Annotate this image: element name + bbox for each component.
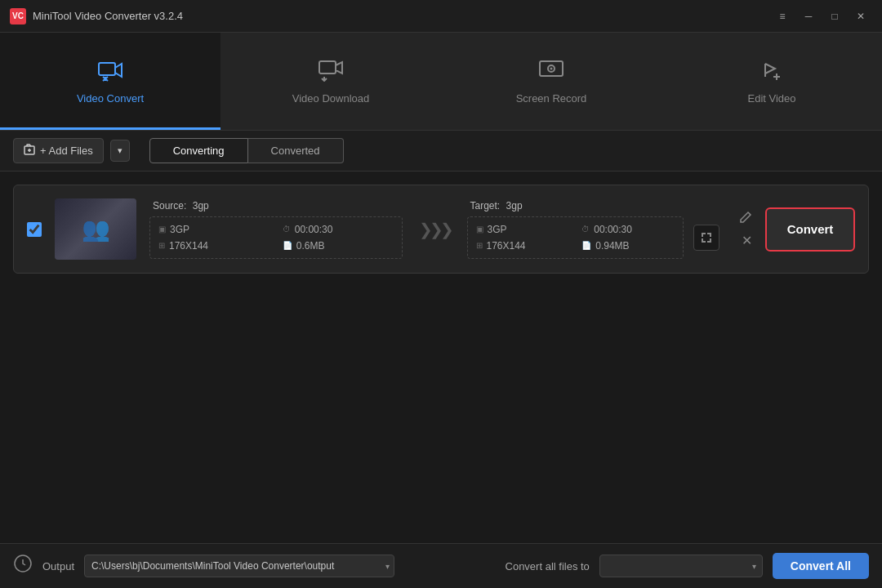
file-card: Source: 3gp ▣ 3GP ⏱ 00:00:30 ⊞ 176X144 xyxy=(13,185,869,274)
format-select-wrapper: ▾ xyxy=(599,555,763,577)
convert-all-button[interactable]: Convert All xyxy=(773,553,869,579)
nav-label-video-convert: Video Convert xyxy=(77,92,144,105)
nav-item-edit-video[interactable]: Edit Video xyxy=(662,33,882,130)
nav-item-video-download[interactable]: Video Download xyxy=(220,33,441,130)
target-resolution-icon: ⊞ xyxy=(476,241,483,250)
tab-group: Converting Converted xyxy=(149,138,344,163)
svg-rect-1 xyxy=(319,61,336,74)
nav-item-video-convert[interactable]: Video Convert xyxy=(0,33,220,130)
nav-label-edit-video: Edit Video xyxy=(747,92,795,105)
title-bar-left: VC MiniTool Video Converter v3.2.4 xyxy=(10,8,183,24)
close-button[interactable]: ✕ xyxy=(849,8,872,24)
toolbar: + Add Files ▾ Converting Converted xyxy=(0,131,882,172)
source-info-box: ▣ 3GP ⏱ 00:00:30 ⊞ 176X144 📄 0.6MB xyxy=(149,216,403,259)
add-files-dropdown-button[interactable]: ▾ xyxy=(110,140,130,162)
output-path-input[interactable] xyxy=(84,555,394,577)
nav-label-screen-record: Screen Record xyxy=(516,92,587,105)
tab-converting[interactable]: Converting xyxy=(149,138,248,163)
source-format-row: ▣ 3GP xyxy=(158,224,270,235)
card-actions: ✕ xyxy=(739,211,752,248)
target-size-icon: 📄 xyxy=(581,241,591,250)
window-controls: ≡ ─ □ ✕ xyxy=(771,8,872,24)
convert-all-files-label: Convert all files to xyxy=(506,560,590,572)
target-duration-row: ⏱ 00:00:30 xyxy=(581,224,675,235)
target-block: Target: 3gp ▣ 3GP ⏱ 00:00:30 xyxy=(467,200,720,259)
nav-item-screen-record[interactable]: Screen Record xyxy=(441,33,662,130)
title-text: MiniTool Video Converter v3.2.4 xyxy=(33,10,183,22)
source-size-row: 📄 0.6MB xyxy=(283,240,394,252)
main-content: Source: 3gp ▣ 3GP ⏱ 00:00:30 ⊞ 176X144 xyxy=(0,172,882,543)
convert-arrows: ❯❯❯ xyxy=(412,220,457,239)
file-info: Source: 3gp ▣ 3GP ⏱ 00:00:30 ⊞ 176X144 xyxy=(149,200,719,259)
target-format-row: ▣ 3GP xyxy=(476,224,569,235)
output-icon xyxy=(13,554,33,578)
size-icon: 📄 xyxy=(283,241,292,250)
convert-button[interactable]: Convert xyxy=(765,207,855,252)
video-download-icon xyxy=(318,59,344,86)
target-duration-icon: ⏱ xyxy=(581,225,590,234)
target-info-box: ▣ 3GP ⏱ 00:00:30 ⊞ 176X144 📄 xyxy=(467,216,684,259)
source-block: Source: 3gp ▣ 3GP ⏱ 00:00:30 ⊞ 176X144 xyxy=(149,200,403,259)
target-resolution-row: ⊞ 176X144 xyxy=(476,240,569,252)
card-edit-button[interactable] xyxy=(739,211,752,226)
source-label: Source: 3gp xyxy=(149,200,403,212)
card-close-button[interactable]: ✕ xyxy=(742,233,752,248)
resolution-icon: ⊞ xyxy=(158,241,165,250)
target-info-wrapper: ▣ 3GP ⏱ 00:00:30 ⊞ 176X144 📄 xyxy=(467,216,720,259)
output-label: Output xyxy=(42,560,74,572)
target-size-row: 📄 0.94MB xyxy=(581,240,675,252)
target-resize-button[interactable] xyxy=(693,225,719,251)
format-select[interactable] xyxy=(599,555,763,577)
thumbnail-image xyxy=(55,198,136,260)
video-convert-icon xyxy=(97,59,123,86)
title-bar: VC MiniTool Video Converter v3.2.4 ≡ ─ □… xyxy=(0,0,882,33)
source-resolution-row: ⊞ 176X144 xyxy=(158,240,270,252)
status-bar: Output ▾ Convert all files to ▾ Convert … xyxy=(0,543,882,588)
maximize-button[interactable]: □ xyxy=(823,8,846,24)
screen-record-icon xyxy=(538,59,564,86)
app-logo: VC xyxy=(10,8,26,24)
duration-icon: ⏱ xyxy=(283,225,291,234)
minimize-button[interactable]: ─ xyxy=(797,8,820,24)
add-files-button[interactable]: + Add Files xyxy=(13,138,104,163)
source-duration-row: ⏱ 00:00:30 xyxy=(283,224,394,235)
file-checkbox[interactable] xyxy=(27,222,42,237)
add-files-icon xyxy=(24,144,35,158)
edit-video-icon xyxy=(759,59,785,86)
tab-converted[interactable]: Converted xyxy=(248,138,344,163)
svg-point-4 xyxy=(550,67,553,69)
output-path-wrapper: ▾ xyxy=(84,555,394,577)
menu-button[interactable]: ≡ xyxy=(771,8,794,24)
add-files-label: + Add Files xyxy=(40,145,93,157)
nav-bar: Video Convert Video Download Screen Reco… xyxy=(0,33,882,131)
svg-rect-0 xyxy=(99,63,115,75)
target-format-icon: ▣ xyxy=(476,225,483,234)
target-label: Target: 3gp xyxy=(467,200,720,212)
nav-label-video-download: Video Download xyxy=(292,92,369,105)
format-icon: ▣ xyxy=(158,225,166,234)
file-thumbnail xyxy=(55,198,136,260)
